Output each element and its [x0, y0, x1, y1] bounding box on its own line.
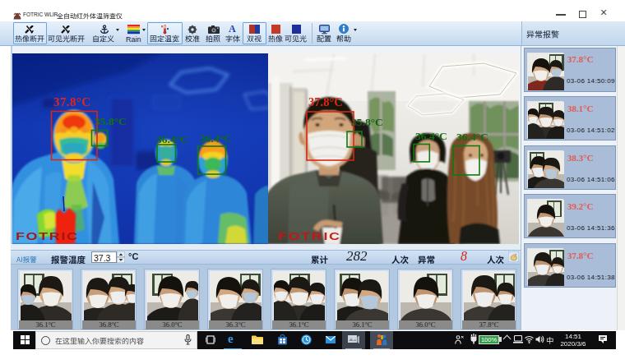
- svg-text:FOTRIC: FOTRIC: [278, 230, 341, 242]
- svg-text:36.4°C: 36.4°C: [456, 131, 488, 143]
- svg-text:37.8°C: 37.8°C: [53, 95, 90, 108]
- svg-text:35.8°C: 35.8°C: [351, 116, 383, 128]
- svg-text:36.4°C: 36.4°C: [156, 133, 188, 145]
- svg-text:37.8°C: 37.8°C: [308, 95, 343, 108]
- svg-text:35.8°C: 35.8°C: [95, 115, 127, 127]
- svg-text:36.4°C: 36.4°C: [200, 132, 232, 145]
- svg-text:FOTRIC: FOTRIC: [16, 230, 79, 242]
- svg-text:36.4°C: 36.4°C: [415, 130, 447, 142]
